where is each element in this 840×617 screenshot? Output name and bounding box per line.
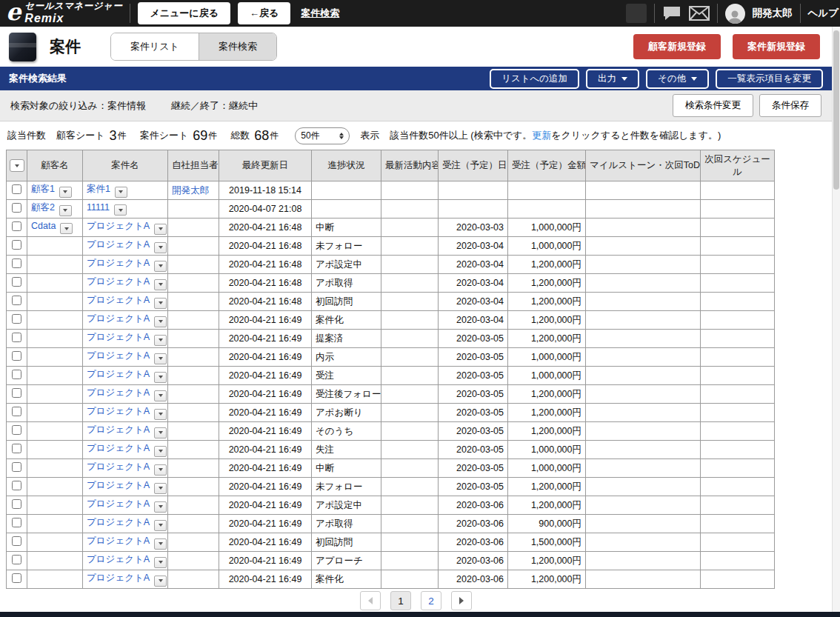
row-checkbox[interactable] [12, 555, 21, 564]
case-dropdown-button[interactable] [114, 204, 127, 216]
change-columns-button[interactable]: 一覧表示項目を変更 [716, 69, 823, 89]
case-link[interactable]: プロジェクトA [87, 461, 150, 472]
tab-case-list[interactable]: 案件リスト [111, 33, 199, 60]
prev-page-button[interactable] [360, 591, 381, 610]
customer-dropdown-button[interactable] [59, 187, 72, 198]
case-dropdown-button[interactable] [154, 501, 167, 513]
row-checkbox[interactable] [12, 444, 21, 453]
col-header-next-schedule[interactable]: 次回スケジュール [701, 150, 775, 181]
next-page-button[interactable] [451, 591, 472, 610]
refresh-link[interactable]: 更新 [532, 130, 551, 141]
page-button-1[interactable]: 1 [390, 591, 411, 610]
row-checkbox[interactable] [12, 499, 21, 509]
back-button[interactable]: ←戻る [238, 2, 290, 24]
row-checkbox[interactable] [12, 314, 21, 324]
page-button-2[interactable]: 2 [421, 591, 441, 610]
case-dropdown-button[interactable] [154, 483, 167, 494]
case-dropdown-button[interactable] [154, 409, 167, 420]
case-link[interactable]: プロジェクトA [87, 332, 150, 342]
case-dropdown-button[interactable] [115, 187, 127, 198]
case-dropdown-button[interactable] [154, 261, 167, 272]
case-link[interactable]: プロジェクトA [87, 554, 150, 564]
case-link[interactable]: 11111 [87, 202, 110, 213]
case-link[interactable]: プロジェクトA [87, 313, 150, 324]
col-header-order-date[interactable]: 受注（予定）日 [439, 150, 508, 181]
save-condition-button[interactable]: 条件保存 [759, 94, 821, 117]
case-link[interactable]: プロジェクトA [87, 424, 150, 435]
app-tile-icon[interactable] [626, 4, 647, 23]
row-checkbox[interactable] [12, 240, 21, 250]
case-link[interactable]: プロジェクトA [87, 517, 150, 527]
case-dropdown-button[interactable] [154, 279, 167, 290]
tab-case-search[interactable]: 案件検索 [199, 33, 276, 60]
case-link[interactable]: プロジェクトA [87, 239, 150, 250]
case-link[interactable]: プロジェクトA [87, 350, 150, 361]
customer-link[interactable]: 顧客2 [31, 202, 55, 213]
customer-dropdown-button[interactable] [59, 205, 72, 216]
case-dropdown-button[interactable] [154, 242, 167, 253]
case-link[interactable]: プロジェクトA [87, 221, 150, 231]
case-link[interactable]: プロジェクトA [87, 536, 150, 546]
case-link[interactable]: プロジェクトA [87, 258, 150, 268]
help-link[interactable]: ヘルプ [808, 7, 839, 20]
col-header-status[interactable]: 進捗状況 [312, 150, 381, 181]
owner-link[interactable]: 開発太郎 [172, 185, 209, 196]
case-dropdown-button[interactable] [154, 390, 167, 401]
case-link[interactable]: プロジェクトA [87, 498, 150, 509]
add-to-list-button[interactable]: リストへの追加 [490, 69, 579, 89]
case-link[interactable]: プロジェクトA [87, 295, 150, 305]
row-checkbox[interactable] [12, 462, 21, 472]
page-size-select[interactable]: 50件 [295, 127, 350, 144]
customer-new-button[interactable]: 顧客新規登録 [633, 34, 721, 59]
menu-back-button[interactable]: メニューに戻る [138, 2, 230, 24]
row-checkbox[interactable] [12, 259, 21, 268]
row-checkbox[interactable] [12, 370, 21, 379]
case-dropdown-button[interactable] [154, 538, 167, 550]
case-link[interactable]: プロジェクトA [87, 406, 150, 416]
other-menu-button[interactable]: その他 [646, 69, 709, 89]
case-dropdown-button[interactable] [154, 520, 167, 531]
case-dropdown-button[interactable] [154, 446, 167, 457]
case-new-button[interactable]: 案件新規登録 [733, 34, 820, 59]
vertical-scrollbar[interactable] [832, 27, 840, 612]
change-search-condition-button[interactable]: 検索条件変更 [673, 94, 753, 117]
row-checkbox[interactable] [12, 184, 21, 194]
row-checkbox[interactable] [12, 388, 21, 398]
case-dropdown-button[interactable] [154, 372, 167, 383]
col-header-milestone[interactable]: マイルストーン・次回ToDo [586, 150, 701, 181]
row-checkbox[interactable] [12, 573, 21, 583]
case-dropdown-button[interactable] [154, 335, 167, 346]
case-link[interactable]: プロジェクトA [87, 387, 150, 398]
case-link[interactable]: プロジェクトA [87, 573, 150, 583]
case-link[interactable]: プロジェクトA [87, 276, 150, 287]
customer-dropdown-button[interactable] [60, 223, 73, 234]
customer-link[interactable]: Cdata [31, 221, 56, 231]
case-link[interactable]: プロジェクトA [87, 443, 150, 453]
col-header-case[interactable]: 案件名 [83, 150, 168, 181]
case-dropdown-button[interactable] [154, 298, 167, 309]
col-header-customer[interactable]: 顧客名 [27, 150, 83, 181]
row-checkbox[interactable] [12, 425, 21, 435]
row-checkbox[interactable] [12, 407, 21, 416]
case-search-link[interactable]: 案件検索 [301, 7, 339, 20]
case-link[interactable]: プロジェクトA [87, 369, 150, 379]
row-checkbox[interactable] [12, 333, 21, 342]
row-checkbox[interactable] [12, 203, 21, 213]
select-all-dropdown-button[interactable] [10, 159, 24, 172]
case-dropdown-button[interactable] [154, 316, 167, 327]
row-checkbox[interactable] [12, 277, 21, 287]
row-checkbox[interactable] [12, 296, 21, 305]
row-checkbox[interactable] [12, 518, 21, 527]
output-menu-button[interactable]: 出力 [586, 69, 639, 89]
case-dropdown-button[interactable] [154, 353, 167, 364]
case-link[interactable]: 案件1 [87, 184, 110, 194]
row-checkbox[interactable] [12, 481, 21, 490]
col-header-order-amount[interactable]: 受注（予定）金額 [508, 150, 586, 181]
mail-icon[interactable] [689, 6, 710, 21]
case-link[interactable]: プロジェクトA [87, 480, 150, 490]
customer-link[interactable]: 顧客1 [31, 184, 55, 194]
avatar[interactable] [725, 4, 745, 24]
case-dropdown-button[interactable] [154, 557, 167, 568]
case-dropdown-button[interactable] [154, 427, 167, 438]
case-dropdown-button[interactable] [154, 464, 167, 476]
